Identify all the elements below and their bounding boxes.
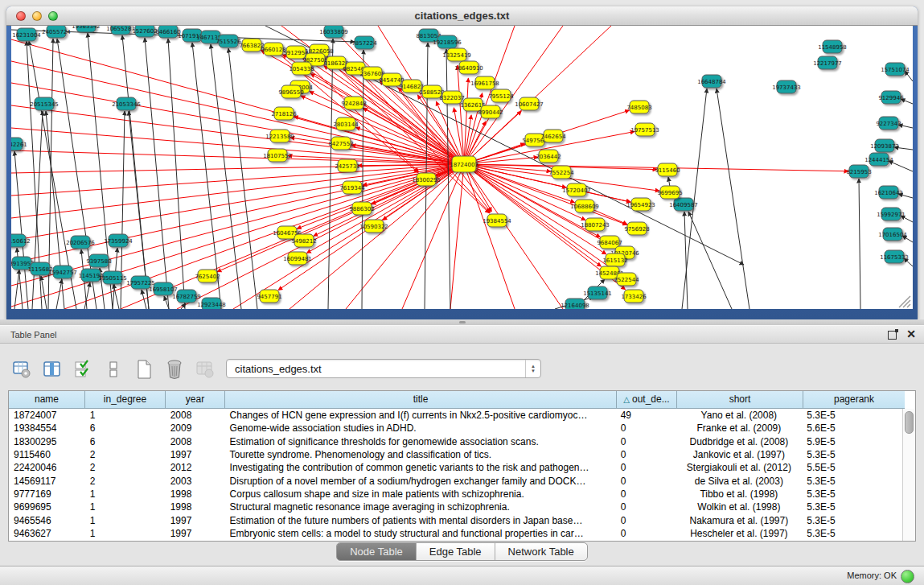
citation-edge-black[interactable] xyxy=(32,111,43,309)
citation-edge-black[interactable] xyxy=(56,279,62,309)
citation-edge-black[interactable] xyxy=(14,270,19,309)
graph-node[interactable]: 20206576 xyxy=(66,236,95,249)
column-header-name[interactable]: name xyxy=(9,391,85,409)
graph-node[interactable]: 9886302 xyxy=(349,202,374,215)
column-header-title[interactable]: title xyxy=(225,391,617,409)
graph-node[interactable]: 9227343 xyxy=(876,117,901,130)
graph-node[interactable]: 8215953 xyxy=(846,165,871,178)
graph-node[interactable]: 9699695 xyxy=(657,186,682,199)
table-scrollbar[interactable] xyxy=(902,409,915,541)
graph-node[interactable]: 7462654 xyxy=(540,130,566,142)
table-row[interactable]: 1938455462009Genome-wide association stu… xyxy=(9,422,903,435)
graph-node[interactable]: 6466160 xyxy=(155,26,180,38)
graph-node[interactable]: 1054338 xyxy=(289,62,314,75)
graph-node[interactable]: 16210643 xyxy=(874,186,903,199)
graph-node[interactable]: 18640910 xyxy=(454,61,483,74)
tab-edge-table[interactable]: Edge Table xyxy=(417,543,495,560)
citation-edge-red[interactable] xyxy=(464,164,563,309)
graph-node[interactable]: 9242848 xyxy=(341,97,366,109)
float-panel-icon[interactable] xyxy=(888,329,898,340)
network-canvas[interactable]: 1872400716231004240557241956534210655287… xyxy=(11,26,913,309)
column-header-in_degree[interactable]: in_degree xyxy=(85,391,166,409)
graph-node[interactable]: 15992971 xyxy=(877,208,906,220)
graph-node[interactable]: 1527602 xyxy=(132,26,157,37)
graph-node[interactable]: 19654923 xyxy=(626,198,655,211)
citation-edge-black[interactable] xyxy=(446,49,450,309)
citation-edge-red[interactable] xyxy=(450,164,464,309)
table-row[interactable]: 1456911722003Disruption of a novel membe… xyxy=(9,474,903,487)
graph-node[interactable]: 9756928 xyxy=(624,222,649,235)
graph-node[interactable]: 2036442 xyxy=(536,150,561,163)
scrollbar-thumb[interactable] xyxy=(905,411,914,434)
table-row[interactable]: 946362711997Embryonic stem cells: a mode… xyxy=(9,527,903,540)
graph-node[interactable]: 9129946 xyxy=(878,91,904,104)
graph-node[interactable]: 24055724 xyxy=(42,26,71,38)
close-panel-icon[interactable]: ✕ xyxy=(906,328,916,340)
graph-node[interactable]: 7857224 xyxy=(351,36,377,49)
splitter-grip[interactable] xyxy=(459,321,466,323)
graph-node[interactable]: 15720407 xyxy=(562,183,591,196)
graph-node[interactable]: 19565342 xyxy=(72,26,101,32)
graph-node[interactable]: 9660128 xyxy=(261,43,285,56)
graph-node[interactable]: 19757513 xyxy=(630,123,659,136)
graph-node[interactable]: 12217977 xyxy=(813,56,842,69)
graph-node[interactable]: 9115460 xyxy=(655,163,680,176)
table-row[interactable]: 977716911998Corpus callosum shape and si… xyxy=(9,488,903,501)
tab-network-table[interactable]: Network Table xyxy=(495,543,587,560)
graph-node[interactable]: 7625402 xyxy=(195,270,220,282)
show-columns-icon[interactable] xyxy=(42,359,63,380)
table-row[interactable]: 1830029562008Estimation of significance … xyxy=(9,435,903,448)
graph-node[interactable]: 9896550 xyxy=(278,85,303,98)
tab-node-table[interactable]: Node Table xyxy=(337,543,417,560)
graph-node[interactable]: 19737433 xyxy=(772,80,801,93)
graph-node[interactable]: 12213589 xyxy=(265,130,294,142)
graph-node[interactable]: 2522544 xyxy=(614,273,639,286)
table-row[interactable]: 969969511998Structural magnetic resonanc… xyxy=(9,501,903,513)
graph-node[interactable]: 17359924 xyxy=(104,234,133,247)
citation-edge-red[interactable] xyxy=(290,164,464,309)
graph-node[interactable]: 12093872 xyxy=(870,139,899,152)
citation-edge-black[interactable] xyxy=(113,284,119,309)
graph-node[interactable]: 1733426 xyxy=(621,290,647,303)
citation-edge-red[interactable] xyxy=(458,65,464,164)
citation-edge-black[interactable] xyxy=(668,177,670,187)
graph-node[interactable]: 7552254 xyxy=(548,166,574,179)
graph-node[interactable]: 21053346 xyxy=(112,97,141,110)
graph-node[interactable]: 10342261 xyxy=(11,138,27,150)
graph-node[interactable]: 2803144 xyxy=(333,117,359,130)
select-columns-icon[interactable] xyxy=(72,359,93,380)
citation-edge-black[interactable] xyxy=(717,89,749,309)
citation-edge-black[interactable] xyxy=(362,50,363,309)
table-settings-icon[interactable] xyxy=(11,359,32,380)
graph-node[interactable]: 11675333 xyxy=(880,250,909,263)
graph-node[interactable]: 18107552 xyxy=(263,149,292,162)
graph-node[interactable]: 10607427 xyxy=(515,97,544,110)
graph-node[interactable]: 17016504 xyxy=(878,228,907,241)
column-header-pagerank[interactable]: pagerank xyxy=(803,391,905,409)
table-row[interactable]: 1872400712008Changes of HCN gene express… xyxy=(9,409,903,422)
graph-node[interactable]: 2718126 xyxy=(271,107,297,120)
citation-edge-red[interactable] xyxy=(11,164,464,286)
citation-edge-red[interactable] xyxy=(464,164,515,309)
graph-node[interactable]: 8990442 xyxy=(478,105,503,118)
graph-node[interactable]: 15135141 xyxy=(583,286,612,299)
graph-node[interactable]: 12444154 xyxy=(864,153,893,166)
resize-grip-icon[interactable] xyxy=(899,296,910,307)
graph-node[interactable]: 15751074 xyxy=(881,63,910,76)
graph-node[interactable]: 7515526 xyxy=(216,35,241,47)
graph-node[interactable]: 7485083 xyxy=(626,101,651,113)
graph-node[interactable]: 2425731 xyxy=(335,159,359,172)
graph-node[interactable]: 12923448 xyxy=(197,298,226,309)
citation-edge-black[interactable] xyxy=(142,290,146,309)
delete-column-icon[interactable] xyxy=(164,359,185,380)
graph-node[interactable]: 16961758 xyxy=(470,76,499,89)
table-selector-dropdown[interactable]: citations_edges.txt ▲▼ xyxy=(226,359,541,378)
graph-node[interactable]: 14150612 xyxy=(11,234,31,247)
citation-edge-black[interactable] xyxy=(688,212,732,309)
graph-node[interactable]: 16033809 xyxy=(319,26,348,38)
citation-network-graph[interactable]: 1872400716231004240557241956534210655287… xyxy=(11,26,913,309)
table-row[interactable]: 946554611997Estimation of the future num… xyxy=(9,513,903,526)
graph-node[interactable]: 16648784 xyxy=(697,75,726,88)
citation-edge-black[interactable] xyxy=(145,38,169,309)
row-height-icon[interactable] xyxy=(103,359,124,380)
